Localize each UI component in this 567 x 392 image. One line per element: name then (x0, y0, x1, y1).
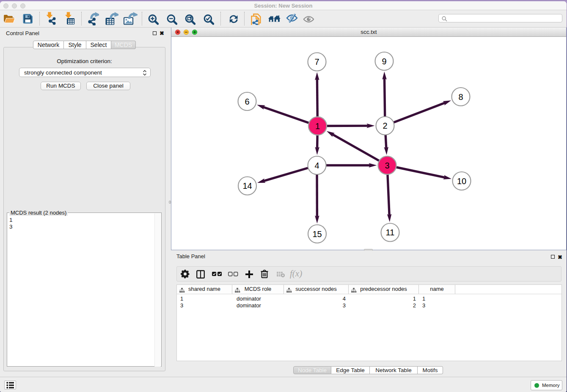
svg-text:3: 3 (385, 161, 389, 170)
svg-text:11: 11 (386, 228, 395, 237)
svg-text:7: 7 (314, 57, 319, 66)
svg-text:9: 9 (382, 57, 386, 66)
svg-text:4: 4 (314, 161, 319, 170)
svg-text:6: 6 (245, 97, 249, 106)
svg-text:10: 10 (457, 177, 466, 186)
svg-text:15: 15 (312, 229, 322, 239)
svg-text:2: 2 (383, 121, 387, 130)
svg-text:1: 1 (315, 121, 320, 131)
svg-text:14: 14 (242, 181, 252, 190)
svg-text:8: 8 (458, 92, 463, 102)
